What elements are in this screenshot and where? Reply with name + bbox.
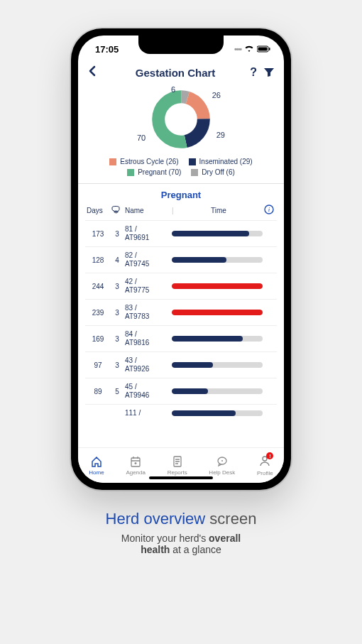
help-icon[interactable]: ?	[250, 66, 257, 79]
cell-name: 83 /AT9783	[125, 304, 170, 321]
cell-days: 128	[87, 256, 109, 264]
table-row[interactable]: 173 3 81 /AT9691	[85, 220, 277, 246]
svg-text:i: i	[268, 206, 270, 213]
nav-reports[interactable]: Reports	[168, 455, 187, 476]
status-time: 17:05	[95, 44, 119, 55]
wifi-icon	[244, 45, 254, 53]
col-time: Time	[175, 207, 263, 214]
udder-icon	[111, 204, 124, 216]
table-row[interactable]: 97 3 43 /AT9926	[85, 351, 277, 378]
cell-name: 43 /AT9926	[125, 356, 170, 373]
cell-count: 3	[111, 283, 124, 290]
cell-count: 3	[111, 361, 124, 369]
filter-icon[interactable]	[264, 67, 274, 77]
cell-days: 97	[87, 361, 109, 369]
progress-bar	[172, 362, 263, 368]
caption: Herd overview screen Monitor your herd's…	[106, 510, 257, 555]
progress-bar	[172, 336, 263, 342]
svg-rect-2	[269, 48, 270, 50]
cell-days: 244	[87, 283, 109, 290]
svg-rect-1	[258, 48, 268, 51]
help-desk-icon	[216, 455, 229, 468]
page-title: Gestation Chart	[101, 67, 250, 79]
legend-label: Estrous Cycle (26)	[120, 158, 178, 165]
nav-agenda[interactable]: Agenda	[126, 455, 146, 476]
table-row[interactable]: 244 3 42 /AT9775	[85, 273, 277, 299]
cell-name: 42 /AT9775	[125, 278, 170, 295]
table-row[interactable]: 239 3 83 /AT9783	[85, 299, 277, 325]
col-separator: |	[172, 207, 173, 214]
nav-label: Profile	[257, 470, 273, 476]
chart-label-dryoff: 6	[171, 85, 175, 94]
cell-days: 169	[87, 335, 109, 343]
home-icon	[90, 455, 103, 468]
nav-profile[interactable]: Profile	[257, 454, 273, 476]
nav-home[interactable]: Home	[89, 455, 104, 476]
legend-label: Dry Off (6)	[202, 168, 234, 176]
section-title: Pregnant	[85, 184, 277, 204]
legend-item: Estrous Cycle (26)	[109, 158, 178, 165]
notch	[138, 36, 224, 54]
cell-count: 4	[111, 256, 124, 264]
profile-icon	[258, 454, 271, 467]
caption-title: Herd overview screen	[106, 510, 257, 528]
progress-bar	[172, 410, 263, 416]
cell-days: 239	[87, 309, 109, 317]
screen: 17:05 •••• Gestation Chart ?	[78, 36, 284, 483]
chart-label-preg: 70	[137, 133, 146, 142]
progress-bar	[172, 231, 263, 236]
badge-icon	[258, 454, 271, 469]
cell-name: 45 /AT9946	[125, 383, 170, 400]
cell-days: 89	[87, 388, 109, 395]
progress-bar	[172, 310, 263, 315]
cell-name: 111 /	[125, 409, 170, 417]
svg-point-12	[221, 460, 223, 462]
nav-label: Home	[89, 469, 104, 476]
donut-chart: 6 26 29 70	[85, 84, 277, 152]
legend-swatch	[189, 158, 196, 165]
col-name: Name	[125, 207, 170, 214]
legend-swatch	[127, 169, 134, 176]
cell-name: 84 /AT9816	[125, 330, 170, 347]
cell-name: 82 /AT9745	[125, 251, 170, 268]
legend: Estrous Cycle (26)Inseminated (29)Pregna…	[85, 152, 277, 183]
cell-count: 3	[111, 230, 124, 238]
reports-icon	[171, 455, 184, 468]
nav-label: Agenda	[126, 469, 146, 476]
progress-bar	[172, 283, 263, 289]
legend-label: Pregnant (70)	[138, 168, 181, 176]
legend-swatch	[191, 169, 198, 176]
table-row[interactable]: 128 4 82 /AT9745	[85, 246, 277, 273]
agenda-icon	[129, 455, 142, 468]
header: Gestation Chart ?	[78, 62, 284, 84]
legend-item: Inseminated (29)	[189, 158, 253, 165]
table-header: Days Name | Time i	[85, 204, 277, 220]
nav-help-desk[interactable]: Help Desk	[209, 455, 235, 476]
progress-bar	[172, 388, 263, 394]
battery-icon	[257, 45, 271, 53]
legend-swatch	[109, 158, 116, 165]
progress-bar	[172, 257, 263, 263]
phone-frame: 17:05 •••• Gestation Chart ?	[71, 28, 291, 490]
col-days: Days	[87, 207, 109, 214]
svg-point-13	[263, 457, 267, 461]
cell-days: 173	[87, 230, 109, 238]
back-button[interactable]	[88, 65, 101, 80]
nav-label: Help Desk	[209, 469, 235, 476]
chart-label-insem: 29	[216, 131, 225, 139]
table-rows: 173 3 81 /AT9691 128 4 82 /AT9745 244 3 …	[85, 220, 277, 447]
legend-item: Dry Off (6)	[191, 168, 234, 176]
cell-count: 3	[111, 335, 124, 343]
table-row[interactable]: 169 3 84 /AT9816	[85, 325, 277, 351]
table-row[interactable]: 89 5 45 /AT9946	[85, 378, 277, 404]
cellular-icon: ••••	[234, 45, 241, 53]
home-indicator	[149, 476, 213, 479]
legend-item: Pregnant (70)	[127, 168, 181, 176]
nav-label: Reports	[168, 469, 187, 476]
content: 6 26 29 70 Estrous Cycle (26)Inseminated…	[78, 84, 284, 447]
cell-name: 81 /AT9691	[125, 225, 170, 242]
info-icon[interactable]: i	[264, 204, 275, 216]
table-row[interactable]: 111 /	[85, 404, 277, 422]
status-right: ••••	[234, 45, 271, 53]
legend-label: Inseminated (29)	[199, 158, 253, 165]
